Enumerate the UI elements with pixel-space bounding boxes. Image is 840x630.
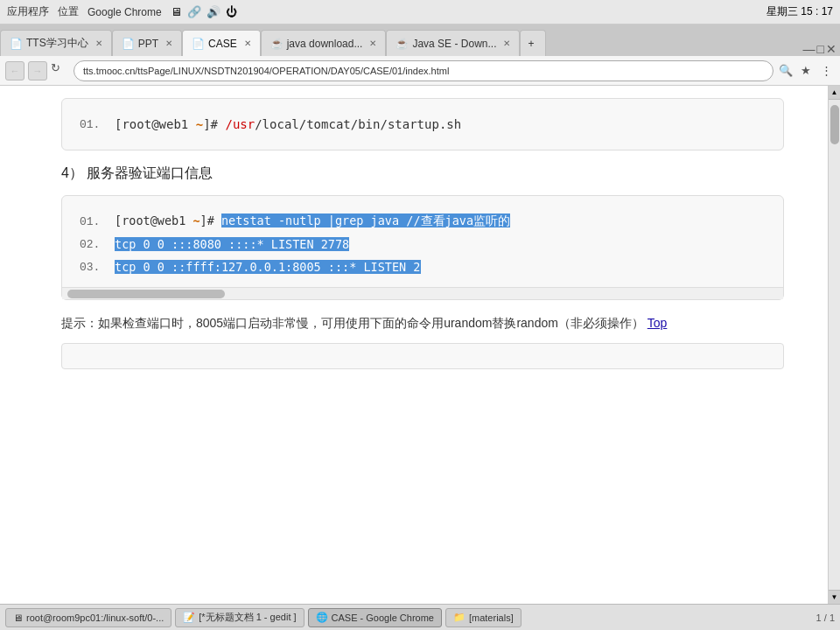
line-num-02: 02. (80, 238, 115, 251)
menu-icon[interactable]: ⋮ (817, 62, 835, 80)
code-line-01: 01. [root@web1 ~]# netstat -nutlp |grep … (80, 210, 766, 233)
code-line-1: 01. [root@web1 ~]# /usr/local/tomcat/bin… (80, 113, 766, 136)
tab-ppt[interactable]: 📄 PPT ✕ (112, 30, 182, 56)
tab-case-label: CASE (208, 38, 237, 50)
code-03-full: tcp 0 0 ::ffff:127.0.0.1:8005 :::* LISTE… (115, 260, 421, 274)
next-code-box (61, 343, 784, 369)
section-heading: 4） 服务器验证端口信息 (61, 164, 784, 183)
tab-java-dl-favicon: ☕ (270, 38, 284, 50)
tab-java-se-close[interactable]: ✕ (503, 38, 510, 48)
address-bar[interactable] (74, 60, 774, 81)
tab-tts[interactable]: 📄 TTS学习中心 ✕ (0, 30, 112, 56)
page-number: 1 / 1 (816, 612, 835, 623)
hint-link[interactable]: Top (648, 316, 668, 330)
tab-java-se-favicon: ☕ (396, 38, 409, 50)
taskbar-files-label: [materials] (469, 612, 514, 623)
tab-ppt-close[interactable]: ✕ (165, 38, 172, 48)
network-icon: 🔗 (187, 5, 201, 18)
browser-tab-bar: 📄 TTS学习中心 ✕ 📄 PPT ✕ 📄 CASE ✕ ☕ java down… (0, 24, 840, 56)
volume-icon: 🔊 (206, 5, 220, 18)
os-location-menu[interactable]: 位置 (58, 4, 79, 19)
tab-case-favicon: 📄 (192, 38, 205, 50)
os-app-menu[interactable]: 应用程序 (7, 4, 49, 19)
taskbar-chrome[interactable]: 🌐 CASE - Google Chrome (308, 608, 442, 627)
prompt-tilde: ~ (196, 117, 203, 131)
tab-java-dl-label: java download... (287, 38, 363, 50)
terminal-icon: 🖥 (13, 612, 23, 623)
scroll-up-button[interactable]: ▲ (829, 86, 841, 100)
os-system-icons: 🖥 🔗 🔊 ⏻ (171, 5, 237, 18)
code-02-content: tcp 0 0 :::8080 ::::* LISTEN 2778 (115, 237, 349, 251)
code-line-02: 02. tcp 0 0 :::8080 ::::* LISTEN 2778 (80, 233, 766, 256)
reload-button[interactable]: ↻ (51, 61, 70, 80)
code-01-comment: //查看java监听的 (399, 214, 510, 228)
tab-case-close[interactable]: ✕ (244, 38, 251, 48)
bookmark-icon[interactable]: ★ (797, 62, 815, 80)
taskbar-gedit-label: [*无标题文档 1 - gedit ] (199, 611, 296, 624)
prompt-text: [root@web1 (115, 117, 196, 131)
files-icon: 📁 (453, 612, 466, 623)
os-clock: 星期三 15 : 17 (766, 4, 833, 19)
right-scrollbar[interactable]: ▲ ▼ (828, 86, 840, 604)
hint-text: 提示：如果检查端口时，8005端口启动非常慢，可用使用下面的命令用urandom… (61, 312, 784, 334)
code-01-cmd: netstat -nutlp |grep java (221, 214, 399, 228)
code-01-bracket: ]# (200, 214, 221, 228)
taskbar-chrome-label: CASE - Google Chrome (332, 612, 434, 623)
page-content: 01. [root@web1 ~]# /usr/local/tomcat/bin… (0, 86, 828, 604)
tab-java-dl-close[interactable]: ✕ (369, 38, 376, 48)
line-num-03: 03. (80, 261, 115, 274)
code-01-prompt: [root@web1 (115, 214, 192, 228)
forward-button[interactable]: → (28, 61, 47, 80)
gedit-icon: 📝 (183, 612, 195, 623)
tab-ppt-favicon: 📄 (122, 38, 135, 50)
taskbar-terminal[interactable]: 🖥 root@room9pc01:/linux-soft/0-... (5, 608, 172, 627)
prompt-end: ]# (203, 117, 225, 131)
code-line-03: 03. tcp 0 0 ::ffff:127.0.0.1:8005 :::* L… (80, 256, 766, 278)
power-icon: ⏻ (226, 5, 237, 18)
tab-tts-favicon: 📄 (10, 38, 23, 50)
new-tab-button[interactable]: + (520, 30, 546, 56)
search-icon[interactable]: 🔍 (777, 62, 794, 80)
taskbar: 🖥 root@room9pc01:/linux-soft/0-... 📝 [*无… (0, 604, 840, 630)
toolbar-right: 🔍 ★ ⋮ (777, 62, 835, 80)
tab-tts-label: TTS学习中心 (26, 36, 88, 51)
cmd-path: /local/tomcat/bin/startup.sh (255, 117, 461, 131)
cmd-usr: /usr (225, 117, 255, 131)
tab-case[interactable]: 📄 CASE ✕ (182, 30, 261, 56)
monitor-icon: 🖥 (171, 5, 182, 18)
scroll-down-button[interactable]: ▼ (829, 590, 841, 604)
hint-content: 提示：如果检查端口时，8005端口启动非常慢，可用使用下面的命令用urandom… (61, 316, 644, 330)
line-num-01: 01. (80, 215, 115, 228)
tab-java-se-label: Java SE - Down... (412, 38, 496, 50)
line-num-1: 01. (80, 118, 115, 131)
window-close[interactable]: ✕ (826, 42, 836, 56)
os-chrome-menu[interactable]: Google Chrome (88, 6, 162, 18)
code-03-content: tcp 0 0 ::ffff:127.0.0.1:8005 :::* LISTE… (115, 260, 421, 274)
code-scrollbar-thumb[interactable] (67, 290, 225, 298)
tab-ppt-label: PPT (138, 38, 158, 50)
back-button[interactable]: ← (5, 61, 24, 80)
scroll-thumb[interactable] (830, 105, 839, 144)
new-tab-icon: + (528, 38, 534, 50)
scroll-track (829, 100, 840, 590)
code-01-content: [root@web1 ~]# netstat -nutlp |grep java… (115, 214, 510, 229)
code-box-main: 01. [root@web1 ~]# netstat -nutlp |grep … (61, 195, 784, 300)
taskbar-terminal-label: root@room9pc01:/linux-soft/0-... (26, 612, 164, 623)
os-topbar: 应用程序 位置 Google Chrome 🖥 🔗 🔊 ⏻ 星期三 15 : 1… (0, 0, 840, 24)
code-scrollbar[interactable] (62, 287, 783, 299)
code-content-1: [root@web1 ~]# /usr/local/tomcat/bin/sta… (115, 117, 461, 131)
taskbar-gedit[interactable]: 📝 [*无标题文档 1 - gedit ] (175, 608, 304, 627)
code-01-tilde: ~ (192, 214, 200, 228)
browser-toolbar: ← → ↻ 🔍 ★ ⋮ (0, 56, 840, 86)
taskbar-files[interactable]: 📁 [materials] (445, 608, 522, 627)
tab-java-dl[interactable]: ☕ java download... ✕ (261, 30, 387, 56)
code-02-full: tcp 0 0 :::8080 ::::* LISTEN 2778 (115, 237, 349, 251)
chrome-icon: 🌐 (316, 612, 328, 623)
tab-java-se[interactable]: ☕ Java SE - Down... ✕ (386, 30, 520, 56)
code-box-top: 01. [root@web1 ~]# /usr/local/tomcat/bin… (61, 98, 784, 150)
window-minimize[interactable]: — (803, 42, 816, 56)
window-maximize[interactable]: □ (817, 42, 824, 56)
tab-tts-close[interactable]: ✕ (95, 38, 102, 48)
